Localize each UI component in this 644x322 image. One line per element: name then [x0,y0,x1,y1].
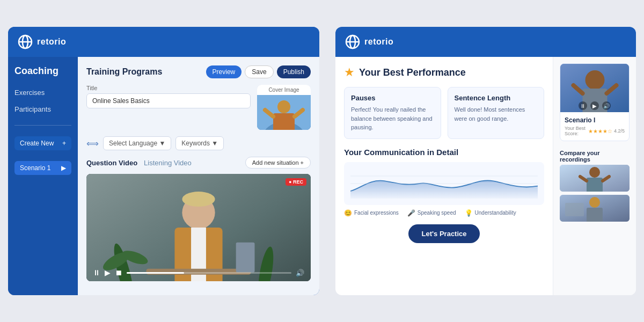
scenario-button[interactable]: Scenario 1 ▶ [14,161,71,175]
right-logo-text: retorio [364,37,393,47]
rec-badge: ● REC [286,178,306,186]
title-form-group: Title [86,85,251,108]
progress-fill [127,272,184,274]
svg-rect-38 [587,208,603,222]
sidebar-divider [14,125,71,126]
practice-button[interactable]: Let's Practice [408,224,479,243]
bulb-icon: 💡 [465,209,473,217]
speaking-speed-label: 🎤 Speaking speed [407,209,456,217]
progress-bar[interactable] [127,272,291,274]
facial-expressions-label: 😊 Facial expressions [344,209,399,217]
svg-rect-39 [565,203,584,216]
create-new-button[interactable]: Create New + [14,136,71,150]
compare-thumb-2 [560,195,630,222]
score-label: Your Best Score: [565,126,587,136]
title-label: Title [86,85,251,91]
chart-area [344,162,544,205]
right-panel: retorio ★ Your Best Performance Pauses P… [335,27,636,295]
mini-play[interactable]: ▶ [590,101,599,110]
save-button[interactable]: Save [245,65,273,78]
svg-point-37 [589,197,600,208]
section-header: Training Programs Preview Save Publish [86,65,311,78]
right-main: ★ Your Best Performance Pauses Perfect! … [335,57,553,295]
left-panel: retorio Coaching Exercises Participants … [8,27,319,295]
face-icon: 😊 [344,209,352,217]
right-body: ★ Your Best Performance Pauses Perfect! … [335,57,636,295]
sidebar-item-participants[interactable]: Participants [14,104,71,114]
pauses-metric: Pauses Perfect! You really nailed the ba… [344,87,441,139]
title-input[interactable] [86,93,251,108]
scenario-stars: ★★★★☆ [588,128,612,134]
cover-image-label: Cover Image [257,85,311,95]
right-logo-icon [345,34,360,49]
question-video-tab[interactable]: Question Video [86,159,137,167]
video-tabs: Question Video Listening Video Add new s… [86,157,311,169]
speed-icon: 🎤 [407,209,415,217]
scenario-score-row: Your Best Score: ★★★★☆ 4.2/5 [565,126,625,136]
volume-icon[interactable]: 🔊 [296,269,304,277]
scenario-name: Scenario I [565,116,625,124]
sidebar-item-exercises[interactable]: Exercises [14,87,71,98]
cover-image-preview [257,95,311,130]
chart-labels: 😊 Facial expressions 🎤 Speaking speed 💡 … [344,209,544,217]
listening-video-tab[interactable]: Listening Video [144,159,192,167]
video-player: ● REC ⏸ ▶ ⏹ 🔊 [86,174,311,281]
publish-button[interactable]: Publish [277,65,311,78]
language-select[interactable]: Select Language ▼ [103,136,171,150]
section-title: Training Programs [86,67,162,77]
compare-title: Compare your recordings [560,150,630,163]
compare-thumb-1 [560,165,630,192]
right-header: retorio [335,27,636,57]
right-sidebar: ⏸ ▶ 🔊 Scenario I Your Best Score: ★★★★☆ … [553,57,636,295]
left-logo-text: retorio [37,37,66,47]
mini-vol[interactable]: 🔊 [602,101,611,110]
pauses-title: Pauses [351,94,434,102]
action-buttons: Preview Save Publish [206,65,311,78]
preview-button[interactable]: Preview [206,65,242,78]
svg-rect-6 [273,113,295,130]
svg-rect-33 [587,178,603,192]
pauses-text: Perfect! You really nailed the balance b… [351,105,434,132]
scenario-video-controls: ⏸ ▶ 🔊 [560,101,629,110]
left-body: Coaching Exercises Participants Create N… [8,57,319,295]
left-header: retorio [8,27,319,57]
sidebar: Coaching Exercises Participants Create N… [8,57,78,295]
communication-section: Your Communication in Detail [344,148,544,217]
logo-icon [18,34,33,49]
cover-image-box: Cover Image [257,85,311,130]
performance-header: ★ Your Best Performance [344,65,544,79]
mini-pause[interactable]: ⏸ [579,101,587,110]
left-main-content: Training Programs Preview Save Publish T… [78,57,319,295]
scenario-card: ⏸ ▶ 🔊 Scenario I Your Best Score: ★★★★☆ … [560,63,630,141]
pause-button[interactable]: ⏸ [93,268,100,277]
form-row: Title Cover Image [86,85,311,130]
scenario-image: ⏸ ▶ 🔊 [560,64,629,112]
select-row: ⟺ Select Language ▼ Keywords ▼ [86,136,311,150]
sentence-length-metric: Sentence Length Well done! Most sentence… [448,87,545,139]
add-situation-button[interactable]: Add new situation + [245,157,311,169]
sentence-length-text: Well done! Most sentences were on good r… [455,105,538,123]
compare-section: Compare your recordings [560,148,630,222]
stop-button[interactable]: ⏹ [115,268,122,277]
play-button[interactable]: ▶ [105,268,111,277]
svg-point-32 [589,167,600,178]
keywords-select[interactable]: Keywords ▼ [175,136,224,150]
score-value: 4.2/5 [614,128,625,134]
sidebar-title: Coaching [14,65,71,77]
understandability-label: 💡 Understandability [465,209,516,217]
sentence-length-title: Sentence Length [455,94,538,102]
svg-point-5 [277,100,290,113]
communication-title: Your Communication in Detail [344,148,544,157]
best-performance-star: ★ [344,65,355,79]
scenario-info: Scenario I Your Best Score: ★★★★☆ 4.2/5 [560,112,629,141]
svg-point-15 [182,192,215,207]
translate-icon: ⟺ [86,138,99,149]
metrics-row: Pauses Perfect! You really nailed the ba… [344,87,544,139]
performance-title: Your Best Performance [359,67,466,78]
svg-point-27 [586,70,605,90]
video-controls: ⏸ ▶ ⏹ 🔊 [86,268,311,277]
